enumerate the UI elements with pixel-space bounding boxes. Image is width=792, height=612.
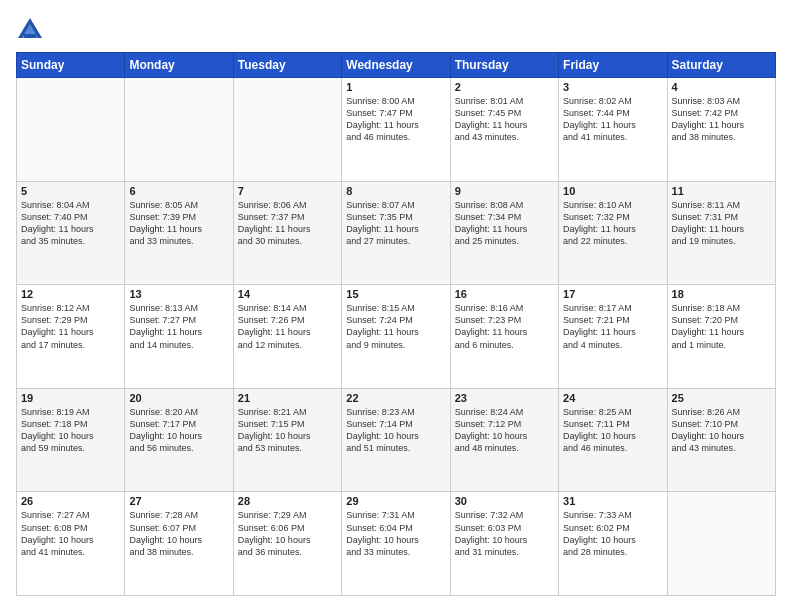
- calendar-cell: 8Sunrise: 8:07 AM Sunset: 7:35 PM Daylig…: [342, 181, 450, 285]
- day-info: Sunrise: 8:06 AM Sunset: 7:37 PM Dayligh…: [238, 199, 337, 248]
- calendar-cell: [17, 78, 125, 182]
- calendar-cell: 19Sunrise: 8:19 AM Sunset: 7:18 PM Dayli…: [17, 388, 125, 492]
- calendar-cell: 21Sunrise: 8:21 AM Sunset: 7:15 PM Dayli…: [233, 388, 341, 492]
- day-info: Sunrise: 7:27 AM Sunset: 6:08 PM Dayligh…: [21, 509, 120, 558]
- day-number: 22: [346, 392, 445, 404]
- day-info: Sunrise: 8:16 AM Sunset: 7:23 PM Dayligh…: [455, 302, 554, 351]
- calendar-cell: 2Sunrise: 8:01 AM Sunset: 7:45 PM Daylig…: [450, 78, 558, 182]
- day-info: Sunrise: 8:14 AM Sunset: 7:26 PM Dayligh…: [238, 302, 337, 351]
- day-info: Sunrise: 8:20 AM Sunset: 7:17 PM Dayligh…: [129, 406, 228, 455]
- calendar-cell: [667, 492, 775, 596]
- day-info: Sunrise: 8:07 AM Sunset: 7:35 PM Dayligh…: [346, 199, 445, 248]
- day-number: 17: [563, 288, 662, 300]
- day-number: 6: [129, 185, 228, 197]
- calendar-cell: 20Sunrise: 8:20 AM Sunset: 7:17 PM Dayli…: [125, 388, 233, 492]
- day-number: 2: [455, 81, 554, 93]
- calendar-cell: 5Sunrise: 8:04 AM Sunset: 7:40 PM Daylig…: [17, 181, 125, 285]
- day-number: 19: [21, 392, 120, 404]
- day-number: 11: [672, 185, 771, 197]
- calendar-cell: 11Sunrise: 8:11 AM Sunset: 7:31 PM Dayli…: [667, 181, 775, 285]
- day-info: Sunrise: 7:33 AM Sunset: 6:02 PM Dayligh…: [563, 509, 662, 558]
- day-info: Sunrise: 8:00 AM Sunset: 7:47 PM Dayligh…: [346, 95, 445, 144]
- day-info: Sunrise: 7:28 AM Sunset: 6:07 PM Dayligh…: [129, 509, 228, 558]
- calendar-cell: 12Sunrise: 8:12 AM Sunset: 7:29 PM Dayli…: [17, 285, 125, 389]
- day-info: Sunrise: 8:15 AM Sunset: 7:24 PM Dayligh…: [346, 302, 445, 351]
- day-number: 3: [563, 81, 662, 93]
- svg-rect-2: [24, 34, 36, 38]
- calendar-cell: [233, 78, 341, 182]
- header: [16, 16, 776, 44]
- page: SundayMondayTuesdayWednesdayThursdayFrid…: [0, 0, 792, 612]
- day-info: Sunrise: 8:18 AM Sunset: 7:20 PM Dayligh…: [672, 302, 771, 351]
- calendar-cell: 28Sunrise: 7:29 AM Sunset: 6:06 PM Dayli…: [233, 492, 341, 596]
- day-info: Sunrise: 8:13 AM Sunset: 7:27 PM Dayligh…: [129, 302, 228, 351]
- calendar-cell: [125, 78, 233, 182]
- day-number: 14: [238, 288, 337, 300]
- calendar-cell: 14Sunrise: 8:14 AM Sunset: 7:26 PM Dayli…: [233, 285, 341, 389]
- day-number: 5: [21, 185, 120, 197]
- calendar-header-row: SundayMondayTuesdayWednesdayThursdayFrid…: [17, 53, 776, 78]
- day-number: 25: [672, 392, 771, 404]
- calendar-cell: 10Sunrise: 8:10 AM Sunset: 7:32 PM Dayli…: [559, 181, 667, 285]
- day-info: Sunrise: 7:32 AM Sunset: 6:03 PM Dayligh…: [455, 509, 554, 558]
- weekday-header-sunday: Sunday: [17, 53, 125, 78]
- calendar-cell: 15Sunrise: 8:15 AM Sunset: 7:24 PM Dayli…: [342, 285, 450, 389]
- day-number: 18: [672, 288, 771, 300]
- calendar-week-4: 19Sunrise: 8:19 AM Sunset: 7:18 PM Dayli…: [17, 388, 776, 492]
- weekday-header-saturday: Saturday: [667, 53, 775, 78]
- day-info: Sunrise: 8:08 AM Sunset: 7:34 PM Dayligh…: [455, 199, 554, 248]
- day-info: Sunrise: 8:12 AM Sunset: 7:29 PM Dayligh…: [21, 302, 120, 351]
- day-number: 21: [238, 392, 337, 404]
- calendar-cell: 30Sunrise: 7:32 AM Sunset: 6:03 PM Dayli…: [450, 492, 558, 596]
- day-number: 28: [238, 495, 337, 507]
- day-info: Sunrise: 8:25 AM Sunset: 7:11 PM Dayligh…: [563, 406, 662, 455]
- weekday-header-tuesday: Tuesday: [233, 53, 341, 78]
- day-info: Sunrise: 8:02 AM Sunset: 7:44 PM Dayligh…: [563, 95, 662, 144]
- calendar-cell: 24Sunrise: 8:25 AM Sunset: 7:11 PM Dayli…: [559, 388, 667, 492]
- day-number: 4: [672, 81, 771, 93]
- logo-icon: [16, 16, 44, 44]
- day-number: 8: [346, 185, 445, 197]
- calendar-cell: 25Sunrise: 8:26 AM Sunset: 7:10 PM Dayli…: [667, 388, 775, 492]
- logo: [16, 16, 48, 44]
- calendar-table: SundayMondayTuesdayWednesdayThursdayFrid…: [16, 52, 776, 596]
- calendar-cell: 9Sunrise: 8:08 AM Sunset: 7:34 PM Daylig…: [450, 181, 558, 285]
- calendar-cell: 7Sunrise: 8:06 AM Sunset: 7:37 PM Daylig…: [233, 181, 341, 285]
- day-number: 1: [346, 81, 445, 93]
- calendar-cell: 26Sunrise: 7:27 AM Sunset: 6:08 PM Dayli…: [17, 492, 125, 596]
- weekday-header-wednesday: Wednesday: [342, 53, 450, 78]
- calendar-cell: 13Sunrise: 8:13 AM Sunset: 7:27 PM Dayli…: [125, 285, 233, 389]
- calendar-week-2: 5Sunrise: 8:04 AM Sunset: 7:40 PM Daylig…: [17, 181, 776, 285]
- day-number: 29: [346, 495, 445, 507]
- day-number: 26: [21, 495, 120, 507]
- weekday-header-thursday: Thursday: [450, 53, 558, 78]
- day-info: Sunrise: 8:21 AM Sunset: 7:15 PM Dayligh…: [238, 406, 337, 455]
- day-number: 15: [346, 288, 445, 300]
- day-info: Sunrise: 8:01 AM Sunset: 7:45 PM Dayligh…: [455, 95, 554, 144]
- calendar-week-1: 1Sunrise: 8:00 AM Sunset: 7:47 PM Daylig…: [17, 78, 776, 182]
- day-number: 23: [455, 392, 554, 404]
- calendar-cell: 18Sunrise: 8:18 AM Sunset: 7:20 PM Dayli…: [667, 285, 775, 389]
- calendar-cell: 3Sunrise: 8:02 AM Sunset: 7:44 PM Daylig…: [559, 78, 667, 182]
- calendar-cell: 1Sunrise: 8:00 AM Sunset: 7:47 PM Daylig…: [342, 78, 450, 182]
- day-info: Sunrise: 8:03 AM Sunset: 7:42 PM Dayligh…: [672, 95, 771, 144]
- calendar-cell: 4Sunrise: 8:03 AM Sunset: 7:42 PM Daylig…: [667, 78, 775, 182]
- calendar-cell: 29Sunrise: 7:31 AM Sunset: 6:04 PM Dayli…: [342, 492, 450, 596]
- day-number: 24: [563, 392, 662, 404]
- day-number: 16: [455, 288, 554, 300]
- day-info: Sunrise: 8:04 AM Sunset: 7:40 PM Dayligh…: [21, 199, 120, 248]
- day-number: 9: [455, 185, 554, 197]
- calendar-cell: 23Sunrise: 8:24 AM Sunset: 7:12 PM Dayli…: [450, 388, 558, 492]
- day-info: Sunrise: 8:17 AM Sunset: 7:21 PM Dayligh…: [563, 302, 662, 351]
- day-info: Sunrise: 8:23 AM Sunset: 7:14 PM Dayligh…: [346, 406, 445, 455]
- calendar-cell: 6Sunrise: 8:05 AM Sunset: 7:39 PM Daylig…: [125, 181, 233, 285]
- calendar-cell: 27Sunrise: 7:28 AM Sunset: 6:07 PM Dayli…: [125, 492, 233, 596]
- day-number: 20: [129, 392, 228, 404]
- calendar-cell: 17Sunrise: 8:17 AM Sunset: 7:21 PM Dayli…: [559, 285, 667, 389]
- day-info: Sunrise: 8:19 AM Sunset: 7:18 PM Dayligh…: [21, 406, 120, 455]
- day-number: 27: [129, 495, 228, 507]
- weekday-header-monday: Monday: [125, 53, 233, 78]
- day-number: 31: [563, 495, 662, 507]
- calendar-cell: 31Sunrise: 7:33 AM Sunset: 6:02 PM Dayli…: [559, 492, 667, 596]
- day-number: 12: [21, 288, 120, 300]
